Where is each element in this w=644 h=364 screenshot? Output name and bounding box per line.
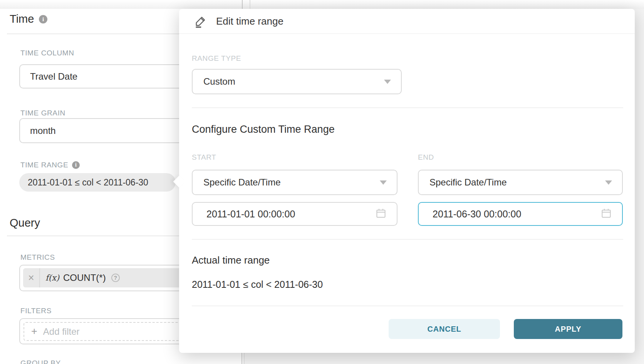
metric-name: COUNT(*) [63,272,106,283]
time-column-label: TIME COLUMN [20,49,74,57]
query-section-label: Query [10,217,40,229]
actual-time-range-heading: Actual time range [192,254,270,266]
caret-down-icon [380,180,387,185]
configure-heading: Configure Custom Time Range [192,124,335,135]
range-type-value: Custom [203,76,235,87]
explore-page: Time i TIME COLUMN Travel Date TIME GRAI… [0,0,644,364]
actual-time-range-value: 2011-01-01 ≤ col < 2011-06-30 [192,279,323,290]
metrics-label: METRICS [20,253,55,262]
function-icon: f(x) [45,273,59,282]
info-icon[interactable]: i [39,15,47,23]
time-column-value: Travel Date [30,71,77,82]
range-type-label: RANGE TYPE [192,54,241,63]
end-mode-select[interactable]: Specific Date/Time [418,170,623,195]
start-mode-value: Specific Date/Time [203,177,281,188]
panel-border-line [242,0,243,9]
group-by-label: GROUP BY [20,359,61,364]
time-range-label-row: TIME RANGE i [20,161,80,169]
start-datetime-input[interactable] [206,203,368,225]
divider [192,239,623,240]
pencil-icon [194,14,208,28]
end-mode-value: Specific Date/Time [429,177,507,188]
modal-header: Edit time range [179,9,635,34]
divider [192,306,623,306]
calendar-icon[interactable] [375,207,387,220]
time-section-label: Time [10,13,34,25]
query-section-title: Query [10,217,40,229]
end-datetime-field [418,202,623,226]
chip-separator [39,268,40,287]
time-range-pill[interactable]: 2011-01-01 ≤ col < 2011-06-30 [19,173,176,192]
modal-title: Edit time range [216,15,283,27]
caret-down-icon [384,80,391,84]
remove-metric-icon[interactable]: × [23,268,39,287]
add-filter-label: Add filter [43,326,80,337]
caret-down-icon [605,180,612,185]
start-datetime-field [192,202,397,226]
time-section-title: Time i [10,13,34,25]
start-label: START [192,153,216,162]
panel-gutter-line [250,0,250,9]
start-mode-select[interactable]: Specific Date/Time [192,170,397,195]
time-range-value: 2011-01-01 ≤ col < 2011-06-30 [28,177,148,188]
end-label: END [418,153,434,162]
time-grain-value: month [30,125,56,136]
top-strip [0,0,644,9]
filters-label: FILTERS [20,307,52,315]
time-grain-label: TIME GRAIN [20,109,65,117]
plus-icon: + [31,326,37,337]
edit-time-range-modal: Edit time range RANGE TYPE Custom Config… [179,9,635,353]
calendar-icon[interactable] [600,207,612,220]
divider [192,107,623,108]
question-circle-icon[interactable]: ? [111,274,120,282]
range-type-select[interactable]: Custom [192,69,402,94]
cancel-button[interactable]: CANCEL [389,319,500,339]
apply-button[interactable]: APPLY [514,319,622,339]
end-datetime-input[interactable] [433,203,594,225]
info-icon[interactable]: i [72,161,80,169]
time-range-label: TIME RANGE [20,161,68,169]
